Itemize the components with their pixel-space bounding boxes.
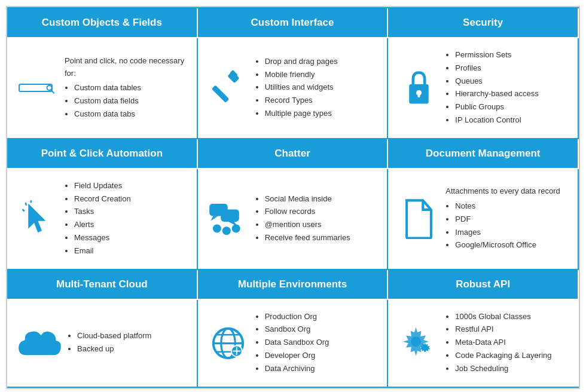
feature-list-0-0: Custom data tablesCustom data fieldsCust…	[65, 82, 187, 120]
svg-marker-13	[210, 216, 218, 220]
svg-rect-14	[221, 209, 239, 221]
main-container: Custom Objects & FieldsCustom InterfaceS…	[6, 6, 580, 389]
header-label-1-1: Chatter	[274, 148, 310, 159]
list-item: Code Packaging & Layering	[455, 350, 569, 362]
list-item: Mobile friendly	[265, 69, 378, 81]
list-item: Custom data tables	[74, 82, 187, 94]
text-area-1-1: Social Media insideFollow records@mentio…	[255, 193, 378, 245]
list-item: Job Scheduling	[455, 363, 569, 375]
list-item: IP Location Control	[455, 114, 568, 127]
text-area-2-2: 1000s Global ClassesRestful APIMeta-Data…	[445, 311, 569, 376]
list-item: Data Sandbox Org	[265, 336, 378, 349]
cell-content-1-1: Social Media insideFollow records@mentio…	[198, 169, 389, 270]
feature-list-2-2: 1000s Global ClassesRestful APIMeta-Data…	[445, 311, 569, 375]
list-item: Production Org	[265, 311, 378, 323]
icon-area-search	[17, 78, 59, 97]
list-item: Social Media inside	[265, 193, 378, 206]
text-area-1-2: Attachments to every data recordNotesPDF…	[445, 185, 568, 252]
list-item: Record Creation	[74, 193, 187, 206]
cell-content-0-0: Point and click, no code necessary for:C…	[7, 38, 198, 139]
svg-line-9	[22, 209, 24, 211]
feature-grid: Custom Objects & FieldsCustom InterfaceS…	[7, 7, 579, 388]
list-item: Restful API	[455, 323, 569, 336]
list-item: Google/Microsoft Office	[455, 239, 568, 252]
header-label-2-0: Multi-Tenant Cloud	[56, 278, 148, 290]
list-item: Follow records	[265, 206, 378, 218]
section-header-1-1: Chatter	[198, 139, 389, 169]
list-item: PDF	[455, 213, 568, 226]
cell-content-0-2: Permission SetsProfilesQueuesHierarchy-b…	[388, 38, 579, 139]
section-header-0-2: Security	[388, 8, 579, 38]
section-header-1-2: Document Management	[388, 139, 579, 169]
list-item: Custom data tabs	[74, 108, 187, 121]
cell-content-1-2: Attachments to every data recordNotesPDF…	[388, 169, 579, 270]
header-label-2-2: Robust API	[456, 278, 510, 290]
feature-list-0-1: Drop and drag pagesMobile friendlyUtilit…	[255, 56, 378, 120]
section-header-2-1: Multiple Environments	[198, 270, 389, 300]
header-label-0-1: Custom Interface	[251, 17, 334, 28]
svg-point-16	[213, 224, 221, 232]
list-item: Custom data fields	[74, 95, 187, 108]
list-item: @mention users	[265, 219, 378, 231]
icon-area-gear	[398, 324, 439, 363]
list-item: Public Groups	[455, 101, 568, 114]
cell-content-2-0: Cloud-based platformBacked up	[7, 300, 198, 388]
list-item: Permission Sets	[455, 49, 568, 62]
text-area-0-2: Permission SetsProfilesQueuesHierarchy-b…	[445, 49, 568, 127]
cell-content-0-1: Drop and drag pagesMobile friendlyUtilit…	[198, 38, 389, 139]
header-label-1-2: Document Management	[426, 148, 541, 159]
text-area-0-1: Drop and drag pagesMobile friendlyUtilit…	[255, 56, 378, 121]
list-item: Receive feed summaries	[265, 232, 378, 244]
list-item: Sandbox Org	[265, 323, 378, 336]
list-item: Queues	[455, 75, 568, 88]
section-header-2-0: Multi-Tenant Cloud	[7, 270, 198, 300]
list-item: Cloud-based platform	[77, 330, 187, 342]
intro-text-0-0: Point and click, no code necessary for:	[65, 55, 187, 80]
icon-area-hammer	[207, 70, 249, 106]
header-label-0-0: Custom Objects & Fields	[42, 17, 162, 28]
svg-point-18	[231, 224, 240, 232]
list-item: Drop and drag pages	[265, 56, 378, 68]
text-area-0-0: Point and click, no code necessary for:C…	[65, 55, 187, 121]
svg-rect-4	[211, 85, 229, 103]
feature-list-1-1: Social Media insideFollow records@mentio…	[255, 193, 378, 244]
svg-line-10	[25, 203, 26, 206]
section-header-0-0: Custom Objects & Fields	[7, 8, 198, 38]
icon-area-chat	[207, 200, 249, 238]
list-item: Hierarchy-based access	[455, 88, 568, 100]
svg-point-17	[222, 226, 230, 235]
list-item: Profiles	[455, 62, 568, 75]
text-area-1-0: Field UpdatesRecord CreationTasksAlertsM…	[65, 180, 187, 258]
svg-rect-7	[417, 93, 420, 97]
header-label-0-2: Security	[463, 17, 503, 28]
section-header-1-0: Point & Click Automation	[7, 139, 198, 169]
text-area-2-1: Production OrgSandbox OrgData Sandbox Or…	[255, 311, 378, 376]
icon-area-globe	[207, 324, 249, 363]
list-item: Utilities and widgets	[265, 81, 378, 94]
cell-content-2-2: 1000s Global ClassesRestful APIMeta-Data…	[388, 300, 579, 388]
header-label-2-1: Multiple Environments	[238, 278, 347, 290]
svg-marker-8	[28, 203, 45, 232]
feature-list-2-1: Production OrgSandbox OrgData Sandbox Or…	[255, 311, 378, 375]
list-item: Notes	[455, 200, 568, 213]
icon-area-cloud	[17, 325, 62, 361]
feature-list-2-0: Cloud-based platformBacked up	[68, 330, 187, 356]
feature-list-0-2: Permission SetsProfilesQueuesHierarchy-b…	[445, 49, 568, 127]
list-item: Backed up	[77, 343, 187, 356]
icon-area-document	[398, 198, 439, 239]
list-item: Field Updates	[74, 180, 187, 192]
cell-content-1-0: Field UpdatesRecord CreationTasksAlertsM…	[7, 169, 198, 270]
text-area-2-0: Cloud-based platformBacked up	[68, 330, 187, 356]
feature-list-1-2: NotesPDFImagesGoogle/Microsoft Office	[445, 200, 568, 252]
icon-area-lock	[398, 69, 439, 108]
list-item: 1000s Global Classes	[455, 311, 569, 323]
list-item: Images	[455, 226, 568, 239]
list-item: Multiple page types	[265, 108, 378, 120]
cell-content-2-1: Production OrgSandbox OrgData Sandbox Or…	[198, 300, 389, 388]
header-label-1-0: Point & Click Automation	[41, 148, 163, 159]
list-item: Developer Org	[265, 350, 378, 362]
list-item: Meta-Data API	[455, 336, 569, 349]
list-item: Tasks	[74, 206, 187, 218]
icon-area-cursor	[17, 200, 59, 238]
list-item: Record Types	[265, 94, 378, 107]
